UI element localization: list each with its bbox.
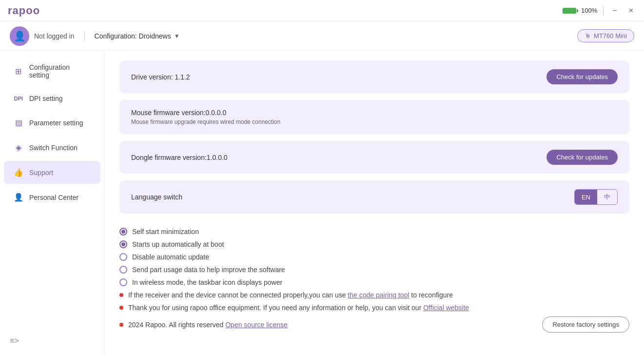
dongle-firmware-label: Dongle firmware version:1.0.0.0 [131,154,228,161]
option-disable-update-label: Disable automatic update [132,253,209,261]
avatar-icon: 👤 [14,30,26,42]
sidebar-item-label: Support [29,169,53,177]
grid-icon: ⊞ [14,67,23,76]
language-switch-label: Language switch [131,193,182,201]
dongle-firmware-card: Dongle firmware version:1.0.0.0 Check fo… [119,141,629,174]
bullet-thanks-text: Thank you for using rapoo office equipme… [128,304,469,312]
sidebar: ⊞ Configuration setting DPI DPI setting … [0,51,105,355]
official-website-link[interactable]: Official website [423,304,469,312]
option-auto-boot-label: Starts up automatically at boot [132,240,224,248]
sidebar-expand[interactable]: ≡> [0,332,104,350]
sidebar-item-switch-function[interactable]: ◈ Switch Function [4,136,100,159]
expand-icon: ≡> [10,336,19,345]
userbar-left: 👤 Not logged in Configuration: Droidnews… [10,26,180,46]
battery-icon [563,8,578,14]
mouse-icon: 🖱 [585,32,591,39]
drive-version-label: Drive version: 1.1.2 [131,73,190,81]
login-status[interactable]: Not logged in [34,32,75,40]
bullet-pairing: If the receiver and the device cannot be… [119,289,629,301]
check-updates-drive-button[interactable]: Check for updates [546,69,618,84]
separator [603,6,604,16]
radio-auto-boot[interactable] [119,240,127,248]
thumbs-up-icon: 👍 [14,168,23,177]
bullet-dot [119,306,123,310]
parameter-icon: ▤ [14,118,23,127]
bullet-copyright-text: 2024 Rapoo. All rights reserved Open sou… [128,321,288,329]
userbar: 👤 Not logged in Configuration: Droidnews… [0,21,644,51]
mouse-firmware-card: Mouse firmware version:0.0.0.0 Mouse fir… [119,100,629,134]
support-content: Drive version: 1.1.2 Check for updates M… [105,51,644,355]
config-selector[interactable]: Configuration: Droidnews ▼ [95,32,180,40]
mouse-firmware-label: Mouse firmware version:0.0.0.0 [131,109,280,117]
bullet-copyright: 2024 Rapoo. All rights reserved Open sou… [119,314,629,335]
check-updates-dongle-button[interactable]: Check for updates [546,150,618,165]
sidebar-item-label: Switch Function [29,144,78,152]
sidebar-item-support[interactable]: 👍 Support [4,161,100,184]
bullet-dot [119,293,123,297]
close-button[interactable]: × [626,5,636,16]
sidebar-item-dpi-setting[interactable]: DPI DPI setting [4,88,100,109]
radio-send-usage[interactable] [119,266,127,274]
separator [84,31,85,41]
option-send-usage[interactable]: Send part usage data to help improve the… [119,263,629,276]
options-section: Self start minimization Starts up automa… [119,220,629,340]
lang-en-button[interactable]: EN [575,190,597,204]
option-auto-boot[interactable]: Starts up automatically at boot [119,238,629,251]
open-source-link[interactable]: Open source license [225,321,288,329]
titlebar-controls: 100% − × [563,5,636,16]
person-icon: 👤 [14,193,23,202]
pairing-tool-link[interactable]: the code pairing tool [348,291,409,299]
main-layout: ⊞ Configuration setting DPI DPI setting … [0,51,644,355]
option-taskbar-power[interactable]: In wireless mode, the taskbar icon displ… [119,276,629,289]
bullet-thanks: Thank you for using rapoo office equipme… [119,301,629,314]
sidebar-item-personal-center[interactable]: 👤 Personal Center [4,186,100,209]
radio-taskbar-power[interactable] [119,278,127,286]
avatar[interactable]: 👤 [10,26,29,46]
device-badge: 🖱 MT760 Mini [577,29,634,42]
bullet-dot [119,323,123,327]
app-logo: rapoo [8,4,40,17]
option-self-start-label: Self start minimization [132,228,199,236]
option-taskbar-power-label: In wireless mode, the taskbar icon displ… [132,278,282,286]
mouse-firmware-info: Mouse firmware version:0.0.0.0 Mouse fir… [131,109,280,125]
sidebar-item-parameter-setting[interactable]: ▤ Parameter setting [4,111,100,134]
battery-percent: 100% [581,7,597,14]
sidebar-item-label: Personal Center [29,194,78,201]
chevron-down-icon: ▼ [174,33,180,39]
radio-disable-update[interactable] [119,253,127,261]
sidebar-item-label: Parameter setting [29,119,83,127]
battery-status: 100% [563,7,597,14]
lang-zh-button[interactable]: 中 [597,190,617,204]
dpi-icon: DPI [14,96,23,101]
sidebar-item-label: DPI setting [29,95,62,102]
language-switch-card: Language switch EN 中 [119,180,629,214]
titlebar: rapoo 100% − × [0,0,644,21]
minimize-button[interactable]: − [609,5,620,16]
bullet-pairing-text: If the receiver and the device cannot be… [128,291,453,299]
config-label: Configuration: Droidnews [95,32,171,40]
restore-factory-button[interactable]: Restore factory settings [542,316,629,333]
drive-version-card: Drive version: 1.1.2 Check for updates [119,60,629,93]
layers-icon: ◈ [14,143,23,152]
sidebar-item-label: Configuration setting [29,63,91,79]
option-disable-update[interactable]: Disable automatic update [119,251,629,263]
sidebar-item-configuration-setting[interactable]: ⊞ Configuration setting [4,57,100,86]
mouse-firmware-sub: Mouse firmware upgrade requires wired mo… [131,118,280,125]
option-send-usage-label: Send part usage data to help improve the… [132,266,285,274]
option-self-start[interactable]: Self start minimization [119,225,629,238]
radio-self-start[interactable] [119,228,127,236]
language-toggle: EN 中 [574,189,618,205]
device-name: MT760 Mini [594,32,627,39]
